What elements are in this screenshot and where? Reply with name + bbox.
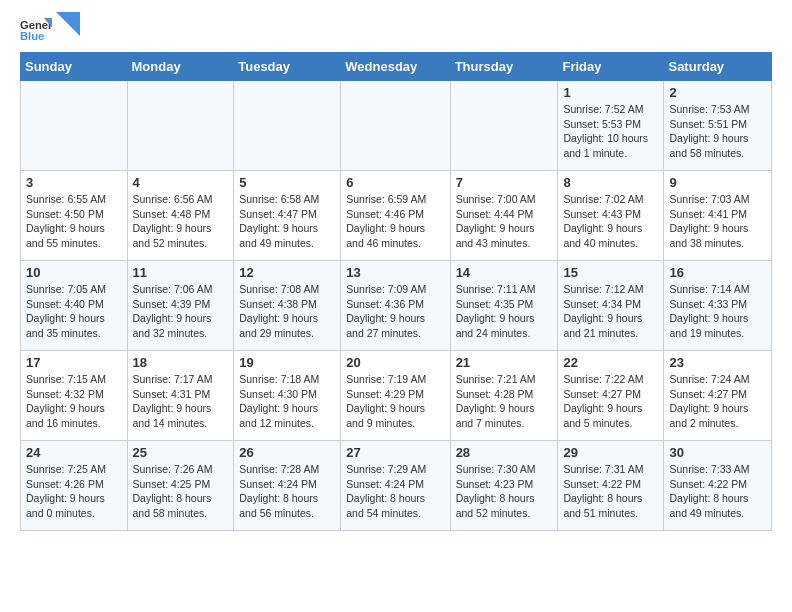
day-number: 13 <box>346 265 444 280</box>
calendar-cell <box>234 81 341 171</box>
day-number: 20 <box>346 355 444 370</box>
calendar-cell: 9Sunrise: 7:03 AM Sunset: 4:41 PM Daylig… <box>664 171 772 261</box>
day-info: Sunrise: 7:06 AM Sunset: 4:39 PM Dayligh… <box>133 282 229 341</box>
day-info: Sunrise: 7:30 AM Sunset: 4:23 PM Dayligh… <box>456 462 553 521</box>
day-number: 22 <box>563 355 658 370</box>
svg-marker-3 <box>56 12 80 36</box>
calendar-cell: 10Sunrise: 7:05 AM Sunset: 4:40 PM Dayli… <box>21 261 128 351</box>
logo-arrow-icon <box>56 12 80 36</box>
calendar-cell: 11Sunrise: 7:06 AM Sunset: 4:39 PM Dayli… <box>127 261 234 351</box>
day-number: 15 <box>563 265 658 280</box>
day-info: Sunrise: 7:26 AM Sunset: 4:25 PM Dayligh… <box>133 462 229 521</box>
day-number: 16 <box>669 265 766 280</box>
calendar-cell: 7Sunrise: 7:00 AM Sunset: 4:44 PM Daylig… <box>450 171 558 261</box>
day-info: Sunrise: 6:59 AM Sunset: 4:46 PM Dayligh… <box>346 192 444 251</box>
day-number: 25 <box>133 445 229 460</box>
calendar-cell: 28Sunrise: 7:30 AM Sunset: 4:23 PM Dayli… <box>450 441 558 531</box>
calendar-cell: 15Sunrise: 7:12 AM Sunset: 4:34 PM Dayli… <box>558 261 664 351</box>
calendar-cell: 1Sunrise: 7:52 AM Sunset: 5:53 PM Daylig… <box>558 81 664 171</box>
day-info: Sunrise: 7:18 AM Sunset: 4:30 PM Dayligh… <box>239 372 335 431</box>
day-info: Sunrise: 7:21 AM Sunset: 4:28 PM Dayligh… <box>456 372 553 431</box>
day-number: 10 <box>26 265 122 280</box>
day-of-week-header: Friday <box>558 53 664 81</box>
calendar-cell: 19Sunrise: 7:18 AM Sunset: 4:30 PM Dayli… <box>234 351 341 441</box>
day-number: 29 <box>563 445 658 460</box>
day-number: 5 <box>239 175 335 190</box>
day-info: Sunrise: 7:03 AM Sunset: 4:41 PM Dayligh… <box>669 192 766 251</box>
calendar-cell: 18Sunrise: 7:17 AM Sunset: 4:31 PM Dayli… <box>127 351 234 441</box>
days-of-week-row: SundayMondayTuesdayWednesdayThursdayFrid… <box>21 53 772 81</box>
calendar-week-row: 3Sunrise: 6:55 AM Sunset: 4:50 PM Daylig… <box>21 171 772 261</box>
calendar-week-row: 17Sunrise: 7:15 AM Sunset: 4:32 PM Dayli… <box>21 351 772 441</box>
day-number: 27 <box>346 445 444 460</box>
day-of-week-header: Tuesday <box>234 53 341 81</box>
calendar-table: SundayMondayTuesdayWednesdayThursdayFrid… <box>20 52 772 531</box>
day-number: 7 <box>456 175 553 190</box>
day-of-week-header: Monday <box>127 53 234 81</box>
day-number: 8 <box>563 175 658 190</box>
day-info: Sunrise: 7:31 AM Sunset: 4:22 PM Dayligh… <box>563 462 658 521</box>
day-number: 14 <box>456 265 553 280</box>
calendar-cell: 21Sunrise: 7:21 AM Sunset: 4:28 PM Dayli… <box>450 351 558 441</box>
day-info: Sunrise: 7:05 AM Sunset: 4:40 PM Dayligh… <box>26 282 122 341</box>
day-number: 26 <box>239 445 335 460</box>
day-info: Sunrise: 7:28 AM Sunset: 4:24 PM Dayligh… <box>239 462 335 521</box>
day-info: Sunrise: 7:53 AM Sunset: 5:51 PM Dayligh… <box>669 102 766 161</box>
day-info: Sunrise: 7:08 AM Sunset: 4:38 PM Dayligh… <box>239 282 335 341</box>
logo-icon: General Blue <box>20 16 52 44</box>
calendar-cell: 8Sunrise: 7:02 AM Sunset: 4:43 PM Daylig… <box>558 171 664 261</box>
calendar-cell: 29Sunrise: 7:31 AM Sunset: 4:22 PM Dayli… <box>558 441 664 531</box>
day-number: 3 <box>26 175 122 190</box>
day-info: Sunrise: 7:12 AM Sunset: 4:34 PM Dayligh… <box>563 282 658 341</box>
calendar-cell: 26Sunrise: 7:28 AM Sunset: 4:24 PM Dayli… <box>234 441 341 531</box>
calendar-cell <box>341 81 450 171</box>
calendar-cell: 6Sunrise: 6:59 AM Sunset: 4:46 PM Daylig… <box>341 171 450 261</box>
day-number: 24 <box>26 445 122 460</box>
day-number: 17 <box>26 355 122 370</box>
day-info: Sunrise: 7:14 AM Sunset: 4:33 PM Dayligh… <box>669 282 766 341</box>
page-header: General Blue <box>20 16 772 44</box>
calendar-week-row: 24Sunrise: 7:25 AM Sunset: 4:26 PM Dayli… <box>21 441 772 531</box>
day-info: Sunrise: 7:52 AM Sunset: 5:53 PM Dayligh… <box>563 102 658 161</box>
calendar-body: 1Sunrise: 7:52 AM Sunset: 5:53 PM Daylig… <box>21 81 772 531</box>
svg-text:Blue: Blue <box>20 30 44 42</box>
calendar-cell: 25Sunrise: 7:26 AM Sunset: 4:25 PM Dayli… <box>127 441 234 531</box>
calendar-cell: 5Sunrise: 6:58 AM Sunset: 4:47 PM Daylig… <box>234 171 341 261</box>
calendar-cell: 12Sunrise: 7:08 AM Sunset: 4:38 PM Dayli… <box>234 261 341 351</box>
calendar-cell: 16Sunrise: 7:14 AM Sunset: 4:33 PM Dayli… <box>664 261 772 351</box>
day-info: Sunrise: 7:22 AM Sunset: 4:27 PM Dayligh… <box>563 372 658 431</box>
calendar-cell <box>450 81 558 171</box>
day-number: 9 <box>669 175 766 190</box>
day-info: Sunrise: 7:02 AM Sunset: 4:43 PM Dayligh… <box>563 192 658 251</box>
logo: General Blue <box>20 16 80 44</box>
day-number: 12 <box>239 265 335 280</box>
calendar-cell <box>21 81 128 171</box>
day-of-week-header: Wednesday <box>341 53 450 81</box>
calendar-cell: 2Sunrise: 7:53 AM Sunset: 5:51 PM Daylig… <box>664 81 772 171</box>
day-of-week-header: Thursday <box>450 53 558 81</box>
day-number: 28 <box>456 445 553 460</box>
day-info: Sunrise: 7:09 AM Sunset: 4:36 PM Dayligh… <box>346 282 444 341</box>
day-info: Sunrise: 7:24 AM Sunset: 4:27 PM Dayligh… <box>669 372 766 431</box>
calendar-cell: 23Sunrise: 7:24 AM Sunset: 4:27 PM Dayli… <box>664 351 772 441</box>
day-info: Sunrise: 7:19 AM Sunset: 4:29 PM Dayligh… <box>346 372 444 431</box>
calendar-cell: 30Sunrise: 7:33 AM Sunset: 4:22 PM Dayli… <box>664 441 772 531</box>
calendar-week-row: 1Sunrise: 7:52 AM Sunset: 5:53 PM Daylig… <box>21 81 772 171</box>
calendar-cell: 14Sunrise: 7:11 AM Sunset: 4:35 PM Dayli… <box>450 261 558 351</box>
calendar-cell: 4Sunrise: 6:56 AM Sunset: 4:48 PM Daylig… <box>127 171 234 261</box>
day-number: 11 <box>133 265 229 280</box>
day-info: Sunrise: 7:00 AM Sunset: 4:44 PM Dayligh… <box>456 192 553 251</box>
calendar-cell: 3Sunrise: 6:55 AM Sunset: 4:50 PM Daylig… <box>21 171 128 261</box>
day-info: Sunrise: 7:15 AM Sunset: 4:32 PM Dayligh… <box>26 372 122 431</box>
calendar-cell: 22Sunrise: 7:22 AM Sunset: 4:27 PM Dayli… <box>558 351 664 441</box>
day-of-week-header: Sunday <box>21 53 128 81</box>
day-number: 4 <box>133 175 229 190</box>
calendar-cell: 24Sunrise: 7:25 AM Sunset: 4:26 PM Dayli… <box>21 441 128 531</box>
day-info: Sunrise: 7:25 AM Sunset: 4:26 PM Dayligh… <box>26 462 122 521</box>
day-number: 18 <box>133 355 229 370</box>
day-info: Sunrise: 7:29 AM Sunset: 4:24 PM Dayligh… <box>346 462 444 521</box>
day-info: Sunrise: 7:17 AM Sunset: 4:31 PM Dayligh… <box>133 372 229 431</box>
day-info: Sunrise: 6:55 AM Sunset: 4:50 PM Dayligh… <box>26 192 122 251</box>
day-info: Sunrise: 7:33 AM Sunset: 4:22 PM Dayligh… <box>669 462 766 521</box>
calendar-cell: 27Sunrise: 7:29 AM Sunset: 4:24 PM Dayli… <box>341 441 450 531</box>
